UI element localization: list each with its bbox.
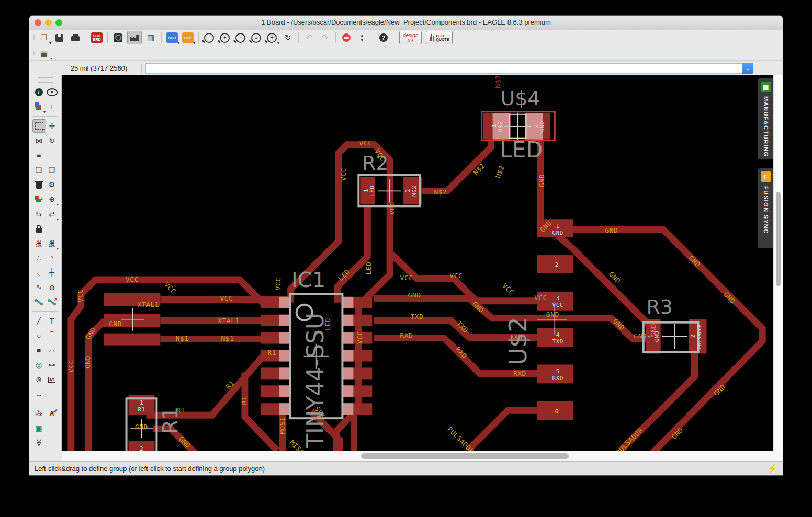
split-tool[interactable]: ⋔ xyxy=(46,281,58,293)
unmiter-tool[interactable]: ◟ xyxy=(32,266,45,279)
tab-fusion-sync[interactable]: F FUSION SYNC xyxy=(758,168,773,248)
net-label: VCC xyxy=(356,331,364,344)
mirror-tool[interactable]: ⋈ xyxy=(32,134,45,147)
command-input[interactable] xyxy=(145,63,753,74)
run-script-button[interactable]: SCR xyxy=(165,31,179,44)
net-label: RXD xyxy=(400,331,413,339)
net-label: VCC xyxy=(388,202,396,215)
pinswap-tool[interactable]: ⇆ xyxy=(32,208,45,220)
command-dropdown-button[interactable]: ⌄ xyxy=(742,63,753,74)
paste-tool[interactable]: ❐ xyxy=(46,164,58,176)
group-select-tool[interactable] xyxy=(32,119,46,133)
pad-label: GND xyxy=(552,229,563,236)
copy-tool[interactable]: ❏ xyxy=(32,164,45,176)
schematic-board-switch[interactable]: SCHBRD xyxy=(90,31,104,44)
net-label: VCC xyxy=(67,360,75,373)
smash-tool[interactable]: ∴ xyxy=(32,251,45,264)
rect-tool[interactable]: ■ xyxy=(32,344,45,357)
vertical-scrollbar-thumb[interactable] xyxy=(776,192,781,286)
signal-tool[interactable]: ⊷ xyxy=(46,359,58,371)
eye-tool[interactable] xyxy=(46,86,58,98)
text-tool[interactable]: T xyxy=(46,315,58,327)
gridrow-drag-handle[interactable]: ‖ xyxy=(33,50,35,57)
net-label: LED xyxy=(365,262,373,275)
wire-tool[interactable]: ╱ xyxy=(32,315,45,327)
move-tool[interactable]: ✛ xyxy=(46,120,59,132)
attribute-tool[interactable]: AT xyxy=(46,373,58,386)
layer-columns-button[interactable]: ▥ xyxy=(144,31,157,44)
pad-label: 2 xyxy=(555,261,559,268)
name-tool[interactable]: R210k xyxy=(32,237,45,249)
zoom-in-button[interactable]: + xyxy=(218,31,232,44)
tool-sidebar: i+✛⋈↻≡❏❐⚙⊕⇆⇄R210kR210k∴◝◟┼∿⋔╱T○⌒■▱◎⊷⊚AT↔… xyxy=(29,75,62,451)
pcb-quote-button[interactable]: PCBQUOTE xyxy=(426,31,453,44)
ratsnest-tool[interactable]: ⁂ xyxy=(32,407,45,420)
pad-label: VCC xyxy=(552,302,563,308)
sidebar-drag-handle[interactable] xyxy=(38,77,53,83)
go-button[interactable] xyxy=(355,31,369,44)
align-tool[interactable]: ≡ xyxy=(32,149,45,162)
replace-tool[interactable]: ⇄ xyxy=(46,208,58,220)
ripup-tool[interactable] xyxy=(46,295,58,308)
polygon-tool[interactable]: ▱ xyxy=(46,344,58,357)
a360-button[interactable] xyxy=(111,31,125,44)
autoroute-tool[interactable]: A xyxy=(46,407,58,420)
run-ulp-button[interactable]: ULP xyxy=(181,31,195,44)
delete-tool[interactable] xyxy=(32,178,45,191)
circle-tool[interactable]: ○ xyxy=(32,329,45,342)
net-label: N$2 xyxy=(494,164,506,179)
route-tool[interactable] xyxy=(32,295,45,308)
component-ref-label: R1 xyxy=(158,407,182,434)
layer-settings-tool[interactable] xyxy=(32,100,45,113)
origin-mark-tool[interactable]: + xyxy=(46,100,58,113)
status-text: Left-click&drag to define group (or left… xyxy=(35,465,767,473)
grid-settings-button[interactable]: ▦ xyxy=(36,47,52,59)
chevron-down-icon: ⌄ xyxy=(746,65,750,71)
invoke-tool[interactable]: ⊕ xyxy=(46,193,58,205)
zoom-fit-button[interactable] xyxy=(202,31,216,44)
more-tools-chevron[interactable]: ≫ xyxy=(33,436,46,449)
optimize-tool[interactable]: ┼ xyxy=(46,266,58,279)
arc-tool[interactable]: ⌒ xyxy=(46,329,58,342)
drc-tool[interactable]: ▣ xyxy=(32,422,45,434)
add-part-tool[interactable] xyxy=(32,193,45,205)
via-tool[interactable]: ◎ xyxy=(32,359,45,371)
miter-tool[interactable]: ◝ xyxy=(46,251,58,264)
net-label: RXD xyxy=(513,370,526,377)
vertical-scrollbar[interactable] xyxy=(773,75,783,451)
horizontal-scrollbar-thumb[interactable] xyxy=(361,453,569,459)
pad-bar-n1 xyxy=(104,334,161,346)
title-bar[interactable]: 1 Board - /Users/oscar/Documents/eagle/N… xyxy=(29,16,783,30)
component-ref-label: U$2 xyxy=(504,317,532,365)
pad-label: PULSADOR xyxy=(697,324,702,349)
change-tool[interactable]: ⚙ xyxy=(46,178,58,191)
open-file-button[interactable]: ❒ xyxy=(37,31,51,44)
pad-label: 4 xyxy=(556,331,560,338)
tab-manufacturing[interactable]: ▦ MANUFACTURING xyxy=(758,78,773,159)
hole-tool[interactable]: ⊚ xyxy=(32,373,45,386)
horizontal-scrollbar[interactable] xyxy=(62,451,783,461)
help-button[interactable]: ? xyxy=(377,31,390,44)
print-button[interactable] xyxy=(69,31,82,44)
refresh-button[interactable]: ↻ xyxy=(281,31,295,44)
zoom-redraw-button[interactable]: ≡ xyxy=(250,31,263,44)
net-label: MOSI xyxy=(278,417,286,434)
stop-button[interactable] xyxy=(340,31,353,44)
info-tool[interactable]: i xyxy=(32,86,45,98)
zoom-out-button[interactable]: − xyxy=(234,31,247,44)
toolbar-drag-handle[interactable]: ‖ xyxy=(33,34,35,41)
design-link-button[interactable]: designlink xyxy=(399,31,422,44)
rotate-tool[interactable]: ↻ xyxy=(46,134,58,147)
value-tool[interactable]: R210k xyxy=(46,237,58,249)
meander-tool[interactable]: ∿ xyxy=(32,281,45,293)
lock-tool[interactable] xyxy=(32,222,45,235)
board-canvas[interactable]: VCCVCCVCCVCCVCCGNDGNDXTAL1GNDN$1N$1VCCXT… xyxy=(62,75,773,451)
grid-toolbar-row: ‖ ▦ xyxy=(29,46,783,61)
zoom-select-button[interactable]: + xyxy=(265,31,279,44)
measure-tool[interactable]: ↔ xyxy=(32,388,45,400)
net-label: PULSADOR xyxy=(446,425,476,451)
fabrication-view-button[interactable] xyxy=(127,31,142,44)
redo-button[interactable]: ↷ xyxy=(318,31,332,44)
save-button[interactable] xyxy=(53,31,66,44)
undo-button[interactable]: ↶ xyxy=(302,31,316,44)
